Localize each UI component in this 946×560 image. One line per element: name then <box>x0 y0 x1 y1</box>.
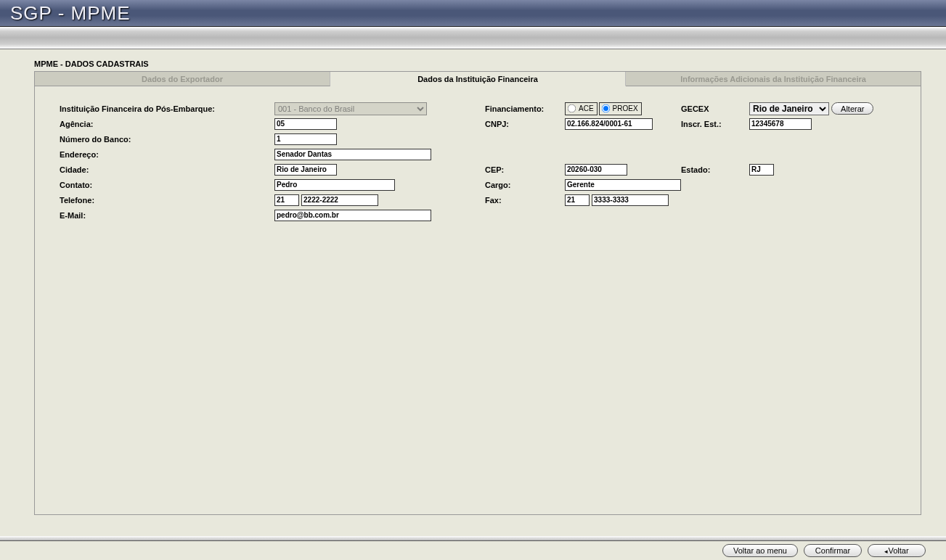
label-fax: Fax: <box>485 196 565 205</box>
alterar-button[interactable]: Alterar <box>831 102 873 115</box>
tab-bar: Dados do Exportador Dados da Instituição… <box>35 72 921 86</box>
app-titlebar: SGP - MPME <box>0 0 946 27</box>
footer: Voltar ao menu Confirmar Voltar <box>0 536 946 560</box>
input-cep[interactable] <box>565 164 627 176</box>
label-telefone: Telefone: <box>35 196 274 205</box>
radio-proex-label: PROEX <box>613 104 638 112</box>
confirmar-button[interactable]: Confirmar <box>804 544 862 557</box>
radio-ace-box[interactable]: ACE <box>565 102 598 115</box>
input-email[interactable] <box>274 210 431 221</box>
input-cnpj[interactable] <box>565 118 653 130</box>
input-inscr-est[interactable] <box>749 118 812 130</box>
input-estado[interactable] <box>749 164 774 176</box>
label-inscr-est: Inscr. Est.: <box>681 120 749 128</box>
radio-proex[interactable] <box>601 104 610 113</box>
footer-metal <box>0 536 946 541</box>
select-gecex[interactable]: Rio de Janeiro <box>749 102 829 115</box>
input-cargo[interactable] <box>565 179 681 191</box>
label-instituicao: Instituição Financeira do Pós-Embarque: <box>35 104 274 113</box>
select-instituicao[interactable]: 001 - Banco do Brasil <box>274 102 427 115</box>
main-panel: Dados do Exportador Dados da Instituição… <box>34 71 921 515</box>
label-gecex: GECEX <box>681 104 749 113</box>
form: Instituição Financeira do Pós-Embarque: … <box>35 86 921 223</box>
input-cidade[interactable] <box>274 164 337 176</box>
input-fax-num[interactable] <box>592 194 669 206</box>
tab-dados-instituicao[interactable]: Dados da Instituição Financeira <box>330 72 626 86</box>
voltar-button[interactable]: Voltar <box>868 544 926 557</box>
label-contato: Contato: <box>35 181 274 189</box>
input-contato[interactable] <box>274 179 395 191</box>
app-title: SGP - MPME <box>10 2 131 25</box>
label-email: E-Mail: <box>35 211 274 220</box>
label-agencia: Agência: <box>35 120 274 128</box>
metal-strip <box>0 27 946 49</box>
label-financiamento: Financiamento: <box>485 104 565 113</box>
input-tel-num[interactable] <box>301 194 378 206</box>
input-tel-ddd[interactable] <box>274 194 299 206</box>
input-fax-ddd[interactable] <box>565 194 590 206</box>
tab-informacoes-adicionais[interactable]: Informações Adicionais da Instituição Fi… <box>626 72 921 86</box>
label-cargo: Cargo: <box>485 181 565 189</box>
radio-ace-label: ACE <box>579 104 594 112</box>
input-numero-banco[interactable] <box>274 133 337 145</box>
radio-ace[interactable] <box>568 104 576 113</box>
label-cnpj: CNPJ: <box>485 120 565 128</box>
tab-dados-exportador[interactable]: Dados do Exportador <box>35 72 330 86</box>
input-endereco[interactable] <box>274 149 431 160</box>
label-estado: Estado: <box>681 165 749 174</box>
label-cidade: Cidade: <box>35 165 274 174</box>
section-title: MPME - DADOS CADASTRAIS <box>0 49 946 71</box>
footer-bar: Voltar ao menu Confirmar Voltar <box>0 541 946 560</box>
input-agencia[interactable] <box>274 118 337 130</box>
label-cep: CEP: <box>485 165 565 174</box>
label-numero-banco: Número do Banco: <box>35 135 274 144</box>
radio-proex-box[interactable]: PROEX <box>599 102 642 115</box>
voltar-menu-button[interactable]: Voltar ao menu <box>722 544 798 557</box>
label-endereco: Endereço: <box>35 150 274 159</box>
